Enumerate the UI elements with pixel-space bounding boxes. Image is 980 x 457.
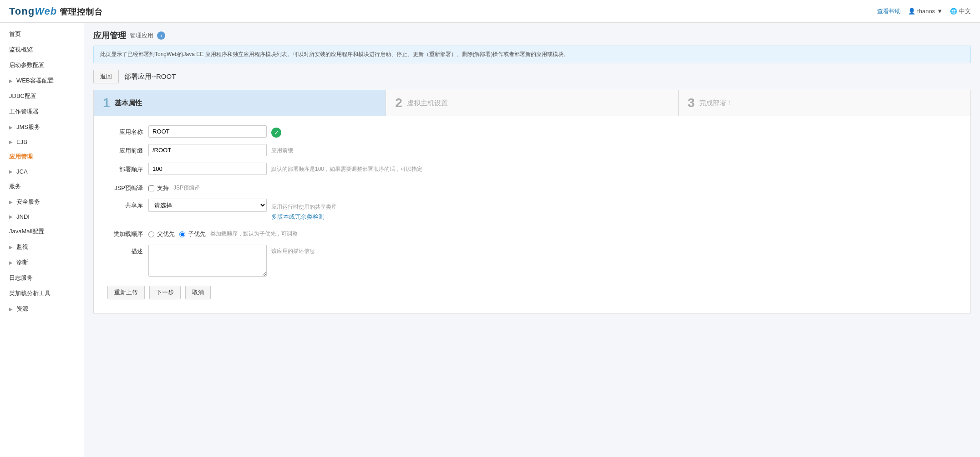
form-row-app-prefix: 应用前缀 应用前缀 [107, 144, 957, 156]
sidebar-item-javamail[interactable]: JavaMail配置 [0, 224, 84, 239]
sidebar-item-classload-tool[interactable]: 类加载分析工具 [0, 286, 84, 301]
sidebar-label: JDBC配置 [9, 92, 36, 100]
app-prefix-input[interactable] [148, 144, 267, 156]
header: TongWeb 管理控制台 查看帮助 👤 thanos ▼ 🌐 中文 [0, 0, 980, 23]
user-dropdown-icon: ▼ [937, 8, 943, 15]
sidebar-item-jca[interactable]: ▶ JCA [0, 164, 84, 179]
multi-version-link[interactable]: 多版本或冗余类检测 [271, 213, 362, 221]
form-row-jsp: JSP预编译 支持 JSP预编译 [107, 181, 957, 192]
step-number-1: 1 [103, 96, 110, 110]
sidebar-item-service[interactable]: 服务 [0, 179, 84, 194]
sidebar-label: 监视概览 [9, 46, 33, 54]
radio-parent-first-label: 父优先 [157, 230, 175, 238]
wizard-step-2[interactable]: 2 虚拟主机设置 [386, 90, 678, 116]
form-row-app-name: 应用名称 ✓ [107, 125, 957, 138]
chevron-icon: ▶ [9, 78, 13, 83]
chevron-icon: ▶ [9, 200, 13, 205]
sidebar-label: EJB [16, 139, 27, 145]
sidebar-label: WEB容器配置 [16, 77, 54, 85]
radio-child-first-label: 子优先 [188, 230, 206, 238]
classload-wrap: 父优先 子优先 类加载顺序，默认为子优先，可调整 [148, 227, 957, 238]
logo-tong: Tong [9, 5, 35, 17]
form-actions: 重新上传 下一步 取消 [107, 286, 957, 299]
classload-hint: 类加载顺序，默认为子优先，可调整 [210, 227, 957, 238]
radio-parent-first-input[interactable] [148, 231, 154, 237]
jsp-label: JSP预编译 [107, 181, 148, 192]
page-header: 应用管理 管理应用 i [93, 30, 971, 41]
deploy-title: 部署应用--ROOT [124, 72, 176, 81]
deploy-order-label: 部署顺序 [107, 163, 148, 174]
jsp-checkbox[interactable] [148, 185, 154, 191]
chevron-icon: ▶ [9, 245, 13, 250]
user-icon: 👤 [908, 8, 915, 15]
sidebar-item-home[interactable]: 首页 [0, 26, 84, 42]
page-title: 应用管理 [93, 30, 126, 41]
sidebar-item-security[interactable]: ▶ 安全服务 [0, 194, 84, 210]
help-link[interactable]: 查看帮助 [877, 7, 901, 15]
desc-textarea[interactable] [148, 245, 267, 277]
sidebar-label: JNDI [16, 213, 30, 220]
user-menu[interactable]: 👤 thanos ▼ [908, 8, 943, 15]
wizard-step-3[interactable]: 3 完成部署！ [679, 90, 970, 116]
step-label-2: 虚拟主机设置 [407, 99, 448, 108]
sidebar-item-resource[interactable]: ▶ 资源 [0, 301, 84, 317]
app-prefix-label: 应用前缀 [107, 144, 148, 155]
back-button[interactable]: 返回 [93, 70, 119, 83]
chevron-icon: ▶ [9, 260, 13, 265]
app-prefix-hint: 应用前缀 [271, 144, 957, 154]
sidebar-item-jndi[interactable]: ▶ JNDI [0, 210, 84, 224]
info-icon[interactable]: i [157, 31, 165, 40]
form-row-desc: 描述 该应用的描述信息 [107, 245, 957, 277]
sidebar-item-startup-config[interactable]: 启动参数配置 [0, 57, 84, 73]
sidebar-label: JCA [16, 168, 28, 175]
radio-child-first-input[interactable] [179, 231, 185, 237]
reupload-button[interactable]: 重新上传 [107, 286, 145, 299]
shared-lib-wrap: 请选择 应用运行时使用的共享类库 多版本或冗余类检测 [148, 199, 957, 221]
form-row-deploy-order: 部署顺序 默认的部署顺序是100，如果需要调整部署顺序的话，可以指定 [107, 163, 957, 175]
sidebar-item-app-management[interactable]: 应用管理 [0, 149, 84, 164]
deploy-order-input[interactable] [148, 163, 267, 175]
step-label-3: 完成部署！ [699, 99, 733, 108]
sidebar-label: 诊断 [16, 258, 28, 267]
shared-lib-label: 共享库 [107, 199, 148, 210]
logo-web: Web [35, 5, 57, 17]
sidebar-label: 类加载分析工具 [9, 289, 51, 298]
valid-checkmark: ✓ [271, 128, 281, 138]
step-number-2: 2 [395, 96, 402, 110]
deploy-order-wrap: 默认的部署顺序是100，如果需要调整部署顺序的话，可以指定 [148, 163, 957, 175]
sidebar-item-monitor[interactable]: ▶ 监视 [0, 239, 84, 255]
sidebar-label: 首页 [9, 30, 21, 38]
cancel-button[interactable]: 取消 [185, 286, 211, 299]
chevron-icon: ▶ [9, 169, 13, 174]
sidebar-item-jms[interactable]: ▶ JMS服务 [0, 119, 84, 135]
page-subtitle: 管理应用 [130, 31, 153, 40]
wizard-step-1[interactable]: 1 基本属性 [94, 90, 386, 116]
logo-mgmt: 管理控制台 [57, 7, 103, 16]
info-text: 此页显示了已经部署到TongWeb的Java EE 应用程序和独立应用程序模块列… [100, 51, 569, 57]
sidebar-item-ejb[interactable]: ▶ EJB [0, 135, 84, 149]
sidebar-label: JMS服务 [16, 123, 40, 131]
jsp-checkbox-wrap: 支持 [148, 181, 169, 192]
deploy-order-hint: 默认的部署顺序是100，如果需要调整部署顺序的话，可以指定 [271, 163, 957, 173]
next-button[interactable]: 下一步 [149, 286, 181, 299]
shared-lib-select[interactable]: 请选择 [148, 199, 267, 212]
step-number-3: 3 [688, 96, 695, 110]
sidebar-item-diagnose[interactable]: ▶ 诊断 [0, 255, 84, 270]
classload-label: 类加载顺序 [107, 227, 148, 238]
action-bar: 返回 部署应用--ROOT [93, 70, 971, 83]
form-row-shared-lib: 共享库 请选择 应用运行时使用的共享类库 多版本或冗余类检测 [107, 199, 957, 221]
layout: 首页 监视概览 启动参数配置 ▶ WEB容器配置 JDBC配置 工作管理器 ▶ … [0, 23, 980, 457]
sidebar-item-task-manager[interactable]: 工作管理器 [0, 104, 84, 119]
form-container: 应用名称 ✓ 应用前缀 应用前缀 部署顺序 默认的部署顺序是10 [93, 116, 971, 313]
sidebar-label: 安全服务 [16, 198, 40, 206]
sidebar-item-jdbc[interactable]: JDBC配置 [0, 88, 84, 104]
main-content: 应用管理 管理应用 i 此页显示了已经部署到TongWeb的Java EE 应用… [84, 23, 980, 457]
sidebar-label: 监视 [16, 243, 28, 251]
sidebar-item-monitor-overview[interactable]: 监视概览 [0, 42, 84, 57]
sidebar-item-log-service[interactable]: 日志服务 [0, 270, 84, 286]
lang-menu[interactable]: 🌐 中文 [950, 7, 971, 15]
jsp-hint: JSP预编译 [173, 181, 957, 192]
sidebar-item-web-container[interactable]: ▶ WEB容器配置 [0, 73, 84, 88]
app-name-input[interactable] [148, 125, 267, 138]
chevron-icon: ▶ [9, 214, 13, 219]
